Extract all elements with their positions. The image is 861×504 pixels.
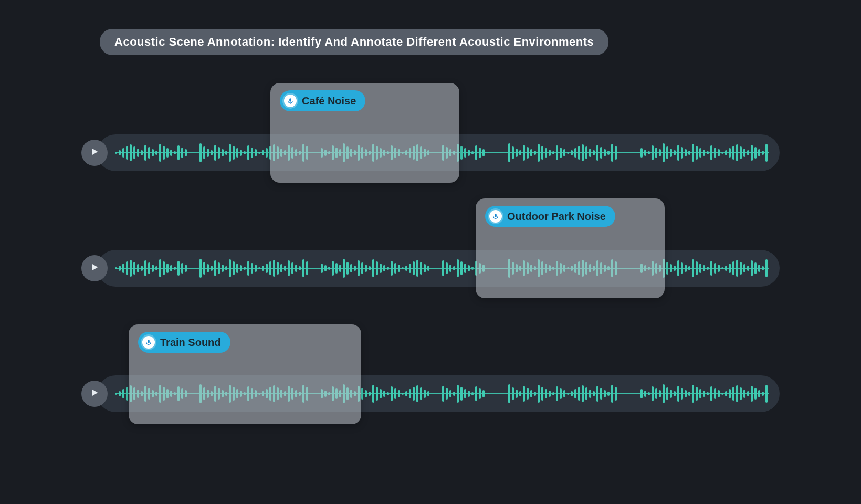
- annotation-region[interactable]: Outdoor Park Noise: [476, 198, 665, 298]
- waveform-bar: [696, 261, 698, 275]
- waveform-bar: [674, 391, 676, 396]
- waveform-bar: [593, 150, 595, 155]
- annotation-tag[interactable]: Café Noise: [280, 90, 365, 111]
- waveform[interactable]: [115, 250, 769, 287]
- waveform-bar: [211, 150, 213, 155]
- play-button[interactable]: [81, 381, 108, 407]
- waveform-bar: [685, 149, 687, 156]
- waveform-bar: [681, 147, 683, 159]
- waveform-bar: [174, 267, 176, 270]
- waveform-bar: [350, 264, 352, 272]
- waveform-bar: [703, 265, 705, 271]
- waveform-bar: [280, 264, 282, 272]
- waveform-bar: [200, 143, 202, 162]
- waveform-bar: [615, 146, 617, 160]
- waveform-bar: [611, 144, 613, 162]
- waveform-bar: [681, 262, 683, 274]
- waveform-bar: [578, 387, 580, 401]
- waveform-bar: [758, 390, 760, 397]
- waveform-bar: [541, 146, 543, 160]
- waveform-bar: [530, 390, 532, 397]
- waveform-bar: [376, 387, 378, 401]
- annotation-label: Café Noise: [302, 95, 356, 107]
- waveform-bar: [464, 148, 466, 158]
- waveform-bar: [747, 391, 749, 396]
- waveform-bar: [751, 386, 753, 402]
- waveform-bar: [718, 390, 720, 397]
- waveform-bar: [659, 149, 661, 156]
- waveform-bar: [464, 389, 466, 398]
- mic-icon: [489, 210, 502, 223]
- waveform-bar: [670, 149, 672, 157]
- waveform-bar: [247, 261, 249, 276]
- waveform-bar: [266, 148, 268, 158]
- waveform-bar: [416, 260, 418, 277]
- waveform-bar: [185, 149, 187, 156]
- waveform-bar: [225, 151, 227, 155]
- waveform-bar: [416, 385, 418, 402]
- play-button[interactable]: [81, 255, 108, 281]
- waveform-bar: [530, 149, 532, 156]
- waveform-bar: [666, 387, 668, 400]
- waveform-bar: [240, 265, 242, 271]
- waveform-bar: [453, 392, 455, 396]
- waveform-bar: [328, 267, 330, 270]
- waveform-bar: [516, 390, 518, 398]
- waveform-bar: [233, 146, 235, 160]
- waveform-bar: [262, 266, 264, 271]
- waveform-bar: [685, 390, 687, 397]
- waveform-bar: [699, 264, 701, 273]
- waveform-bar: [335, 263, 338, 274]
- waveform-bar: [255, 149, 257, 156]
- waveform-bar: [527, 388, 529, 400]
- stage: Acoustic Scene Annotation: Identify And …: [0, 0, 861, 504]
- waveform-bar: [655, 388, 657, 399]
- waveform-bar: [729, 389, 731, 398]
- annotation-region[interactable]: Train Sound: [129, 324, 361, 424]
- waveform-bar: [534, 151, 536, 155]
- waveform-bar: [354, 266, 356, 271]
- waveform-bar: [185, 265, 187, 272]
- waveform-bar: [383, 391, 385, 397]
- waveform-bar: [420, 387, 422, 400]
- waveform-bar: [442, 260, 444, 276]
- waveform-bar: [692, 144, 694, 162]
- waveform-bar: [203, 262, 205, 275]
- waveform-bar: [273, 260, 275, 277]
- waveform-bar: [729, 148, 731, 158]
- waveform-bar: [670, 390, 672, 398]
- waveform-bar: [611, 385, 613, 403]
- waveform-bar: [284, 266, 286, 271]
- waveform-bar: [541, 387, 543, 401]
- waveform-bar: [446, 262, 448, 274]
- waveform-bar: [589, 149, 591, 157]
- waveform-bar: [457, 259, 459, 277]
- waveform-bar: [277, 262, 279, 275]
- waveform-bar: [119, 391, 121, 396]
- mic-icon: [142, 336, 155, 349]
- waveform-bar: [482, 149, 485, 156]
- waveform-bar: [743, 149, 746, 157]
- play-button[interactable]: [81, 140, 108, 166]
- waveform-bar: [607, 392, 610, 396]
- waveform-bar: [644, 150, 646, 156]
- waveform-bar: [222, 265, 224, 272]
- annotation-tag[interactable]: Outdoor Park Noise: [485, 206, 615, 227]
- waveform-bar: [571, 391, 573, 396]
- waveform-bar: [387, 267, 389, 270]
- waveform-bar: [119, 150, 121, 155]
- waveform-bar: [519, 150, 521, 155]
- waveform-bar: [475, 145, 477, 160]
- waveform-bar: [177, 261, 180, 276]
- waveform-bar: [710, 261, 712, 276]
- waveform-bar: [203, 146, 205, 159]
- waveform-bar: [365, 390, 367, 397]
- waveform-bar: [582, 385, 584, 402]
- annotation-tag[interactable]: Train Sound: [138, 332, 230, 353]
- waveform-bar: [740, 146, 742, 159]
- waveform-bar: [262, 150, 264, 155]
- waveform-bar: [703, 150, 705, 156]
- annotation-region[interactable]: Café Noise: [270, 83, 459, 183]
- waveform-bar: [119, 266, 121, 271]
- waveform-bar: [732, 387, 734, 401]
